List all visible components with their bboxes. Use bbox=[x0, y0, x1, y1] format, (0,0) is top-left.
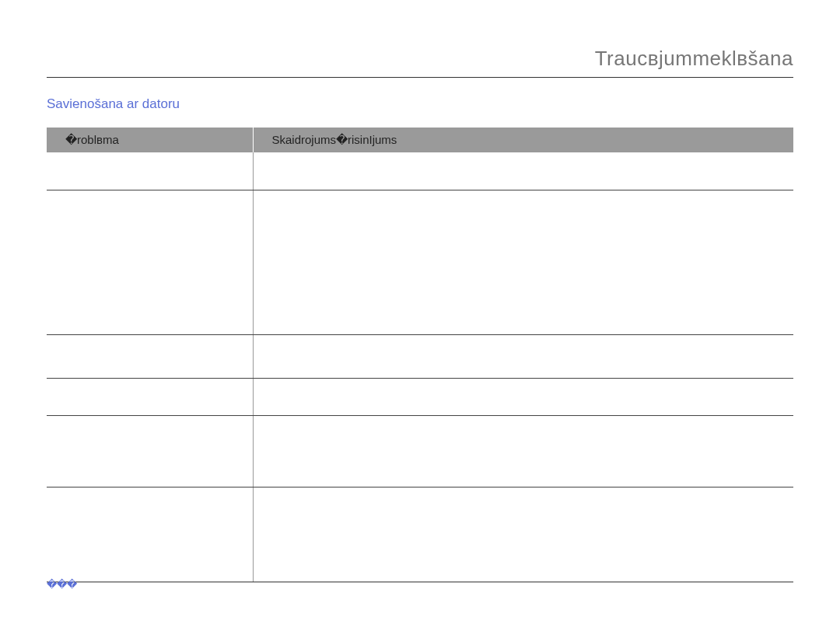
table-row bbox=[47, 415, 793, 487]
table-header-row: �roblвma Skaidrojums�risinІjums bbox=[47, 128, 793, 152]
troubleshooting-table: �roblвma Skaidrojums�risinІjums bbox=[47, 128, 793, 582]
page-title: Traucвjummeklвšana bbox=[47, 47, 793, 78]
table-row bbox=[47, 334, 793, 378]
section-title: Savienošana ar datoru bbox=[47, 96, 793, 112]
table-row bbox=[47, 190, 793, 334]
table-row bbox=[47, 152, 793, 190]
table-row bbox=[47, 487, 793, 582]
page-number: ��� bbox=[47, 578, 77, 590]
col-problem: �roblвma bbox=[47, 128, 253, 152]
table-row bbox=[47, 378, 793, 415]
col-solution: Skaidrojums�risinІjums bbox=[253, 128, 793, 152]
